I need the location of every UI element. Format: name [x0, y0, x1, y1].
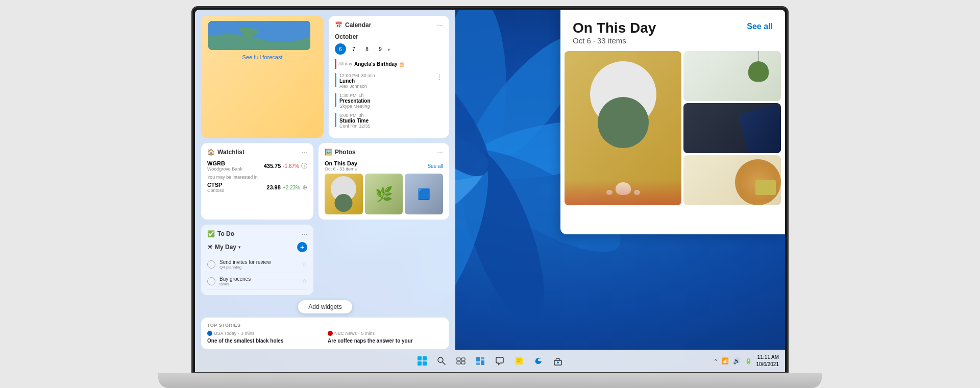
photo-thumb-1 — [325, 174, 363, 214]
photos-on-this-day-header: On This Day Oct 6 · 33 items See all — [325, 160, 443, 172]
plant-pot — [748, 61, 769, 82]
calendar-day-6[interactable]: 6 — [335, 43, 346, 55]
watchlist-icon: 🏠 — [207, 149, 215, 156]
stock-change-1: -1.67% — [283, 163, 299, 169]
taskbar-store-button[interactable] — [550, 353, 566, 369]
calendar-event-lunch: 12:00 PM 30 min Lunch Alex Johnson ⋮ — [335, 73, 443, 89]
news-item-1: USA Today · 3 mins One of the smallest b… — [207, 331, 323, 344]
battery-icon[interactable]: 🔋 — [745, 357, 752, 365]
sun-icon: ☀ — [207, 244, 213, 251]
todo-star-1[interactable]: ☆ — [302, 261, 307, 268]
watchlist-more-button[interactable]: ··· — [301, 148, 307, 156]
news-source-name-2: NBC News — [334, 331, 357, 336]
photos-widget: 🖼️ Photos ··· On This Day Oct 6 · 33 ite… — [318, 143, 449, 220]
news-source-2: NBC News · 5 mins — [328, 331, 443, 336]
taskbar-time-display: 11:11 AM — [756, 354, 779, 361]
art-cloth — [565, 180, 681, 205]
exp-photo-dark — [683, 103, 781, 153]
calendar-day-7[interactable]: 7 — [348, 43, 359, 55]
calendar-day-9[interactable]: 9 — [375, 43, 386, 55]
exp-photo-chair — [683, 155, 781, 205]
svg-point-24 — [557, 361, 559, 363]
taskbar-search-button[interactable] — [433, 353, 450, 369]
event-bar-blue-1 — [335, 73, 336, 87]
stock-company-2: Contoso — [207, 188, 225, 193]
widget-row-2: 🏠 Watchlist ··· WGRB Woodgrove Bank — [201, 143, 449, 220]
edge-icon — [534, 356, 543, 366]
chevron-down-icon[interactable]: ▾ — [238, 245, 240, 250]
taskbar-taskview-button[interactable] — [453, 353, 469, 369]
weather-map: 📍 Ikema Ohashi, Japan ⤢ — [208, 21, 310, 50]
plant-string — [758, 51, 759, 61]
todo-add-button[interactable]: + — [297, 242, 307, 252]
todo-more-button[interactable]: ··· — [301, 230, 307, 238]
stock-ticker-2: CTSP — [207, 182, 225, 188]
todo-title: ✅ To Do — [207, 230, 234, 237]
news-headline-2: Are coffee naps the answer to your — [328, 337, 443, 344]
taskbar-notes-button[interactable] — [511, 353, 527, 369]
stock-row-1: WGRB Woodgrove Bank 435.75 -1.67% ⓘ — [207, 160, 307, 172]
news-time-1: · — [238, 331, 239, 336]
photos-widget-header: 🖼️ Photos ··· — [325, 148, 443, 156]
todo-myday-section: ☀ My Day ▾ + — [207, 242, 307, 252]
todo-text-1: Send invites for review — [219, 259, 298, 265]
news-section: TOP STORIES USA Today · 3 mins One of th… — [201, 318, 449, 349]
calendar-event-allday: All day Angela's Birthday 🎂 — [335, 59, 443, 69]
svg-rect-13 — [461, 358, 465, 360]
calendar-more-button[interactable]: ··· — [437, 21, 443, 29]
todo-checkbox-2[interactable] — [207, 277, 215, 285]
taskbar-widgets-button[interactable] — [472, 353, 488, 369]
expanded-see-all-link[interactable]: See all — [747, 22, 773, 31]
stock-info-icon-1[interactable]: ⓘ — [301, 162, 307, 171]
calendar-day-8[interactable]: 8 — [361, 43, 373, 55]
photos-more-button[interactable]: ··· — [437, 148, 443, 156]
stock-info-icon-2[interactable]: ⊕ — [302, 184, 307, 191]
windows-start-button[interactable] — [414, 353, 430, 369]
photo-thumb-3: 🟦 — [405, 174, 443, 214]
todo-widget: ✅ To Do ··· ☀ My Day ▾ + — [201, 225, 313, 295]
event-bar-blue-2 — [335, 93, 336, 107]
taskbar-edge-button[interactable] — [530, 353, 547, 369]
system-tray-expand-icon[interactable]: ^ — [715, 358, 717, 364]
photos-see-all-link[interactable]: See all — [427, 163, 443, 169]
expanded-photos-subtitle: Oct 6 · 33 items — [573, 36, 773, 45]
usa-today-logo — [207, 331, 212, 336]
screen-content: 📍 Ikema Ohashi, Japan ⤢ See ful — [195, 10, 785, 372]
calendar-title: 📅 Calendar — [335, 21, 371, 29]
task-view-icon — [456, 356, 465, 366]
svg-rect-15 — [461, 361, 465, 364]
news-items-list: USA Today · 3 mins One of the smallest b… — [207, 331, 443, 344]
watchlist-widget: 🏠 Watchlist ··· WGRB Woodgrove Bank — [201, 143, 313, 220]
windows-logo — [418, 356, 427, 366]
store-icon — [553, 356, 562, 366]
wifi-icon[interactable]: 📶 — [721, 357, 729, 365]
event-bar-pink — [335, 59, 336, 69]
see-full-forecast-link[interactable]: See full forecast — [208, 50, 316, 60]
taskbar: ^ 📶 🔊 🔋 11:11 AM 10/6/2021 — [195, 350, 785, 372]
add-widgets-button[interactable]: Add widgets — [298, 300, 352, 313]
news-top-stories-label: TOP STORIES — [207, 323, 443, 328]
news-item-2: NBC News · 5 mins Are coffee naps the an… — [328, 331, 443, 344]
taskbar-clock[interactable]: 11:11 AM 10/6/2021 — [756, 354, 779, 368]
taskbar-chat-button[interactable] — [492, 353, 508, 369]
exp-photo-main — [565, 51, 681, 205]
dark-shape — [738, 104, 781, 153]
calendar-widget: 📅 Calendar ··· October 6 7 8 9 — [329, 16, 449, 138]
stock-company-1: Woodgrove Bank — [207, 166, 242, 172]
photos-date-count: Oct 6 · 33 items — [325, 166, 357, 172]
expanded-photo-grid — [560, 51, 785, 209]
calendar-arrow[interactable]: ▸ — [388, 46, 390, 52]
watchlist-title: 🏠 Watchlist — [207, 149, 244, 156]
svg-rect-19 — [481, 360, 484, 365]
widget-row-1: 📍 Ikema Ohashi, Japan ⤢ See ful — [201, 16, 449, 138]
laptop-base — [158, 373, 822, 388]
todo-checkbox-1[interactable] — [207, 260, 215, 269]
widgets-icon — [476, 356, 485, 366]
photos-on-this-day-title: On This Day — [325, 160, 357, 166]
todo-star-2[interactable]: ☆ — [302, 278, 307, 285]
art-circle-dark — [598, 97, 649, 148]
event-options-icon[interactable]: ⋮ — [436, 73, 443, 81]
todo-sub-1: Q4 planning — [219, 265, 298, 270]
speaker-icon[interactable]: 🔊 — [733, 357, 741, 365]
taskbar-center-icons — [414, 353, 566, 369]
